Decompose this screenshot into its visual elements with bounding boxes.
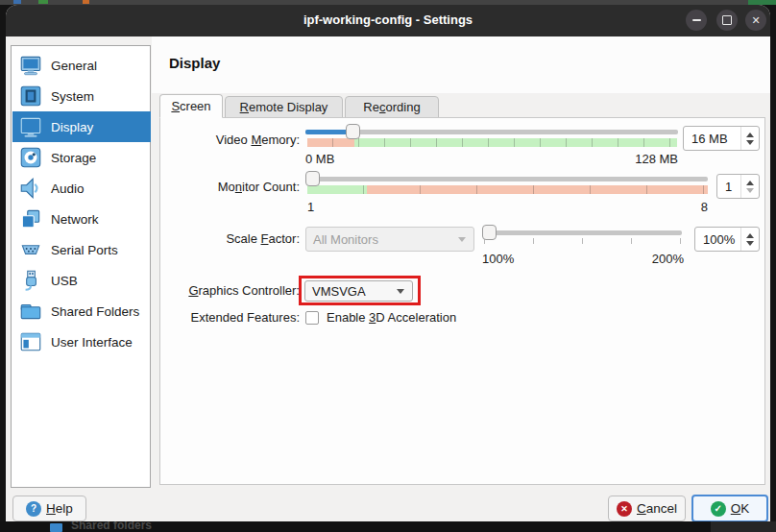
- background-speck: [13, 0, 21, 4]
- ok-button[interactable]: ✓ OK: [691, 495, 768, 522]
- sidebar-item-label: Storage: [51, 151, 96, 165]
- display-icon: [18, 114, 43, 139]
- maximize-button[interactable]: [716, 10, 738, 31]
- monitor-count-slider-handle[interactable]: [305, 171, 320, 186]
- tick-marks: [307, 185, 708, 194]
- spin-down-icon[interactable]: [746, 188, 754, 193]
- scale-factor-max: 200%: [588, 252, 684, 266]
- sidebar-item-label: System: [51, 89, 94, 104]
- monitor-count-label: Monitor Count:: [159, 180, 300, 194]
- screen: ipf-working-config - Settings ✕ General …: [0, 0, 776, 532]
- background-fragment: [711, 521, 776, 532]
- extended-features-label: Extended Features:: [159, 310, 300, 325]
- ok-icon: ✓: [711, 501, 726, 517]
- sidebar-item-general[interactable]: General: [12, 50, 151, 81]
- chevron-down-icon: [458, 237, 466, 242]
- sidebar-item-label: Shared Folders: [51, 304, 139, 319]
- sidebar-item-label: User Interface: [51, 335, 133, 350]
- storage-icon: [18, 145, 43, 170]
- enable-3d-acceleration-label[interactable]: Enable 3D Acceleration: [327, 310, 456, 325]
- close-icon: ✕: [751, 15, 760, 26]
- folder-icon: [50, 523, 62, 532]
- scale-factor-tick-marks: [484, 238, 681, 244]
- sidebar-item-shared-folders[interactable]: Shared Folders: [12, 296, 151, 326]
- page-header: [152, 36, 770, 93]
- tick-marks: [307, 138, 677, 147]
- background-window-bottom-edge: Shared folders: [0, 521, 776, 532]
- video-memory-max: 128 MB: [582, 152, 678, 166]
- sidebar-item-label: Network: [51, 212, 99, 227]
- scale-factor-slider[interactable]: [482, 230, 682, 235]
- close-button[interactable]: ✕: [745, 10, 766, 31]
- scale-factor-monitor-value: All Monitors: [306, 232, 458, 247]
- sidebar-item-label: General: [51, 59, 97, 73]
- video-memory-value[interactable]: 16 MB: [684, 132, 740, 146]
- spin-up-icon[interactable]: [746, 181, 754, 185]
- tab-remote-display[interactable]: Remote Display: [225, 96, 343, 118]
- graphics-controller-label: Graphics Controller:: [159, 283, 300, 298]
- sidebar-item-storage[interactable]: Storage: [12, 142, 151, 173]
- video-memory-spinbox[interactable]: 16 MB: [683, 126, 760, 151]
- tab-screen[interactable]: Screen: [159, 94, 223, 118]
- general-icon: [18, 53, 43, 78]
- sidebar-item-display[interactable]: Display: [12, 111, 151, 142]
- video-memory-min: 0 MB: [305, 152, 334, 166]
- scale-factor-monitor-combo: All Monitors: [305, 227, 474, 252]
- cancel-button[interactable]: ✕ Cancel: [608, 496, 686, 521]
- minimize-button[interactable]: [686, 10, 707, 31]
- sidebar-item-usb[interactable]: USB: [12, 265, 151, 296]
- sidebar-item-network[interactable]: Network: [12, 204, 151, 234]
- maximize-icon: [722, 15, 732, 25]
- annotation-highlight-box: [299, 276, 421, 305]
- scale-factor-label: Scale Factor:: [159, 231, 300, 246]
- usb-icon: [18, 268, 43, 293]
- video-memory-label: Video Memory:: [159, 133, 300, 147]
- monitor-count-max: 8: [612, 200, 708, 214]
- enable-3d-acceleration-checkbox[interactable]: [305, 311, 319, 325]
- serial-ports-icon: [18, 237, 43, 262]
- monitor-count-spinbox[interactable]: 1: [716, 174, 760, 199]
- sidebar-item-label: Audio: [51, 181, 85, 196]
- cancel-icon: ✕: [617, 501, 632, 517]
- tab-recording[interactable]: Recording: [345, 96, 439, 118]
- sidebar-item-label: Serial Ports: [51, 243, 118, 257]
- scale-factor-min: 100%: [482, 252, 514, 266]
- page-title: Display: [169, 55, 220, 71]
- video-memory-slider-handle[interactable]: [346, 124, 360, 139]
- network-icon: [18, 206, 43, 231]
- sidebar-item-audio[interactable]: Audio: [12, 173, 151, 204]
- background-window-text: Shared folders: [71, 521, 152, 532]
- scale-factor-slider-handle[interactable]: [482, 225, 497, 240]
- spin-up-icon[interactable]: [746, 133, 754, 137]
- window-title: ipf-working-config - Settings: [6, 12, 770, 27]
- monitor-count-tick-band: [307, 185, 708, 194]
- sidebar-item-label: Display: [51, 120, 93, 134]
- monitor-count-slider[interactable]: [305, 177, 708, 181]
- settings-category-list: General System Display Storage Audio Net…: [11, 45, 151, 488]
- spin-up-icon[interactable]: [746, 233, 754, 238]
- help-icon: ?: [26, 501, 41, 517]
- system-icon: [18, 84, 43, 109]
- background-speck: [83, 0, 89, 4]
- sidebar-item-label: USB: [51, 274, 78, 288]
- screen-tab-panel: [159, 117, 765, 485]
- sidebar-item-user-interface[interactable]: User Interface: [12, 326, 151, 357]
- spin-down-icon[interactable]: [746, 241, 754, 246]
- spin-down-icon[interactable]: [746, 140, 754, 145]
- scale-factor-spinbox[interactable]: 100%: [694, 227, 760, 252]
- user-interface-icon: [18, 329, 43, 354]
- sidebar-item-system[interactable]: System: [12, 81, 151, 111]
- audio-icon: [18, 176, 43, 201]
- scale-factor-value[interactable]: 100%: [695, 232, 740, 247]
- help-button[interactable]: ? Help: [12, 496, 86, 521]
- shared-folders-icon: [18, 299, 43, 324]
- minimize-icon: [692, 19, 701, 21]
- background-speck: [38, 0, 48, 4]
- sidebar-item-serial-ports[interactable]: Serial Ports: [12, 234, 151, 265]
- video-memory-slider[interactable]: [305, 130, 678, 134]
- video-memory-tick-band: [307, 138, 677, 147]
- monitor-count-min: 1: [307, 200, 314, 214]
- monitor-count-value[interactable]: 1: [717, 180, 740, 194]
